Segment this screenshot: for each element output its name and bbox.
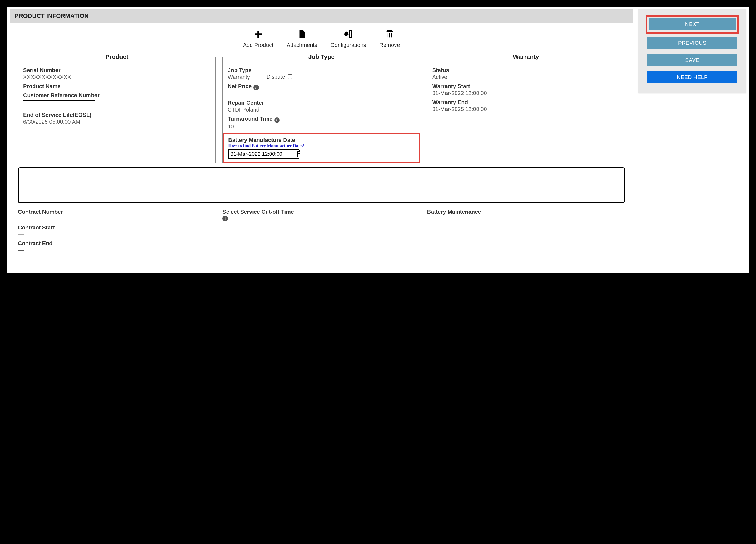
battery-date-label: Battery Manufacture Date (228, 137, 414, 143)
cutoff-value: — (233, 222, 420, 228)
trash-icon (384, 29, 395, 40)
add-product-button[interactable]: Add Product (243, 29, 273, 48)
battery-date-highlight: Battery Manufacture Date How to find Bat… (223, 132, 420, 163)
battery-date-input[interactable] (229, 150, 297, 158)
warranty-start-label: Warranty Start (432, 83, 620, 89)
contract-number-label: Contract Number (18, 209, 216, 215)
turnaround-value: 10 (228, 123, 415, 130)
next-highlight: NEXT (646, 15, 739, 34)
add-product-label: Add Product (243, 42, 273, 48)
configurations-button[interactable]: Configurations (331, 29, 366, 48)
repair-center-label: Repair Center (228, 100, 415, 106)
warranty-end-value: 31-Mar-2025 12:00:00 (432, 106, 620, 112)
cutoff-label: Select Service Cut-off Time (222, 209, 420, 215)
dispute-label: Dispute (267, 74, 285, 80)
attachments-button[interactable]: Attachments (287, 29, 317, 48)
turnaround-label: Turnaround Time i (228, 116, 415, 123)
net-price-label: Net Price i (228, 83, 415, 90)
serial-number-label: Serial Number (23, 67, 211, 73)
contract-number-value: — (18, 216, 216, 222)
previous-button[interactable]: PREVIOUS (647, 37, 737, 49)
dispute-checkbox[interactable] (288, 74, 292, 79)
toolbar: Add Product Attachments Configurations R… (10, 23, 633, 51)
panel-header: PRODUCT INFORMATION (10, 9, 633, 23)
eosl-label: End of Service Life(EOSL) (23, 112, 211, 118)
product-legend: Product (104, 53, 130, 60)
plus-icon (253, 29, 264, 40)
calendar-icon[interactable]: ? (297, 151, 300, 157)
job-type-section: Job Type Job Type Warranty Dispute Net P… (222, 53, 420, 163)
save-button[interactable]: SAVE (647, 54, 737, 66)
eosl-value: 6/30/2025 05:00:00 AM (23, 119, 211, 125)
gear-phone-icon (343, 29, 354, 40)
side-panel: NEXT PREVIOUS SAVE NEED HELP (638, 9, 746, 93)
warranty-end-label: Warranty End (432, 99, 620, 105)
job-type-value: Warranty (228, 74, 250, 80)
job-type-legend: Job Type (307, 53, 336, 60)
crn-input[interactable] (23, 100, 95, 109)
warranty-start-value: 31-Mar-2022 12:00:00 (432, 90, 620, 96)
serial-number-value: XXXXXXXXXXXXX (23, 74, 211, 80)
next-button[interactable]: NEXT (649, 18, 736, 30)
battery-help-link[interactable]: How to find Battery Manufacture Date? (228, 143, 414, 148)
job-type-label: Job Type (228, 67, 415, 73)
attachments-label: Attachments (287, 42, 317, 48)
contract-start-value: — (18, 231, 216, 237)
info-icon[interactable]: i (222, 216, 228, 221)
contract-start-label: Contract Start (18, 224, 216, 231)
net-price-value: — (228, 91, 415, 97)
blank-panel (18, 167, 625, 203)
configurations-label: Configurations (331, 42, 366, 48)
product-name-label: Product Name (23, 83, 211, 89)
file-icon (296, 29, 307, 40)
remove-button[interactable]: Remove (379, 29, 400, 48)
need-help-button[interactable]: NEED HELP (647, 71, 737, 83)
info-icon[interactable]: i (274, 117, 280, 123)
remove-label: Remove (379, 42, 400, 48)
repair-center-value: CTDI Poland (228, 107, 415, 113)
battery-date-input-wrap[interactable]: ? (228, 149, 299, 159)
crn-label: Customer Reference Number (23, 92, 211, 99)
product-section: Product Serial Number XXXXXXXXXXXXX Prod… (18, 53, 216, 163)
main-panel: PRODUCT INFORMATION Add Product Attachme… (10, 9, 633, 262)
battery-maintenance-value: — (427, 216, 625, 222)
warranty-status-value: Active (432, 74, 620, 80)
warranty-section: Warranty Status Active Warranty Start 31… (427, 53, 625, 163)
contract-end-label: Contract End (18, 240, 216, 246)
battery-maintenance-label: Battery Maintenance (427, 209, 625, 215)
warranty-legend: Warranty (511, 53, 541, 60)
contract-end-value: — (18, 247, 216, 253)
info-icon[interactable]: i (253, 85, 259, 90)
warranty-status-label: Status (432, 67, 620, 73)
lower-row: Contract Number — Contract Start — Contr… (10, 203, 633, 261)
